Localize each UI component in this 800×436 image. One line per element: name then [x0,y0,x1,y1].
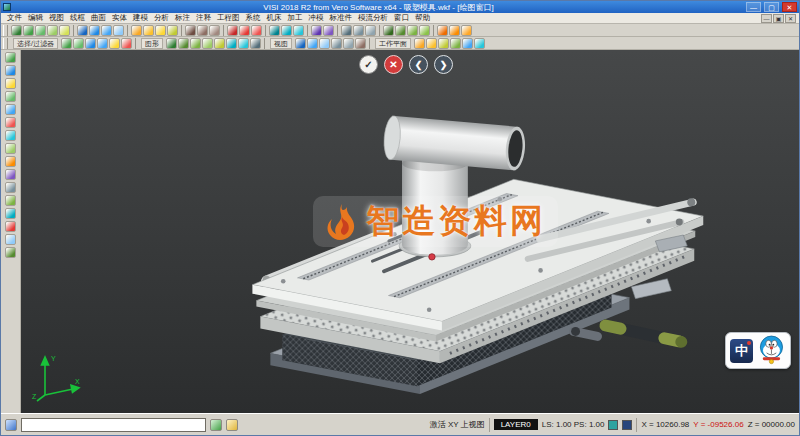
toolbar-icon[interactable] [438,38,449,49]
mdi-restore-button[interactable]: ▣ [773,14,784,23]
toolbar-icon[interactable] [5,78,16,89]
toolbar-icon[interactable] [307,38,318,49]
toolbar-icon[interactable] [5,156,16,167]
toolbar-icon[interactable] [281,25,292,36]
toolbar-icon[interactable] [5,195,16,206]
toolbar-icon[interactable] [293,25,304,36]
toolbar-icon[interactable] [311,25,322,36]
toolbar-icon[interactable] [214,38,225,49]
toolbar-icon[interactable] [109,38,120,49]
menu-item[interactable]: 编辑 [25,13,46,23]
toolbar-icon[interactable] [474,38,485,49]
toolbar-icon[interactable] [131,25,142,36]
toolbar-icon[interactable] [85,38,96,49]
toolbar-icon[interactable] [341,25,352,36]
toolbar-icon[interactable] [190,38,201,49]
toolbar-icon[interactable] [97,38,108,49]
menu-item[interactable]: 文件 [4,13,25,23]
toolbar-icon[interactable] [5,182,16,193]
toolbar-icon[interactable] [269,25,280,36]
toolbar-icon[interactable] [461,25,472,36]
toolbar-icon[interactable] [61,38,72,49]
toolbar-icon[interactable] [250,38,261,49]
toolbar-icon[interactable] [73,38,84,49]
toolbar-icon[interactable] [355,38,366,49]
cancel-button[interactable]: ✕ [384,55,403,74]
3d-model[interactable] [21,50,799,413]
menu-item[interactable]: 注释 [193,13,214,23]
toolbar-icon[interactable] [113,25,124,36]
menu-item[interactable]: 机床 [264,13,285,23]
layer-selector[interactable]: LAYER0 [494,419,538,430]
toolbar-icon[interactable] [121,38,132,49]
toolbar-icon[interactable] [5,143,16,154]
toolbar-icon[interactable] [5,234,16,245]
ime-toolbar[interactable]: 中 [725,332,791,369]
toolbar-icon[interactable] [59,25,70,36]
toolbar-icon[interactable] [353,25,364,36]
menu-item[interactable]: 建模 [130,13,151,23]
toolbar-icon[interactable] [5,130,16,141]
fill-color-swatch[interactable] [622,420,632,430]
menu-item[interactable]: 系统 [243,13,264,23]
toolbar-icon[interactable] [23,25,34,36]
prev-button[interactable]: ❮ [409,55,428,74]
cylinder-parts[interactable] [571,325,687,347]
toolbar-icon[interactable] [5,52,16,63]
menu-item[interactable]: 加工 [285,13,306,23]
toolbar-icon[interactable] [395,25,406,36]
toolbar-icon[interactable] [166,38,177,49]
toolbar-icon[interactable] [5,91,16,102]
toolbar-icon[interactable] [426,38,437,49]
close-button[interactable]: ✕ [782,2,797,12]
grid-settings-icon[interactable] [226,419,238,431]
command-prompt-input[interactable] [21,418,206,432]
toolbar-icon[interactable] [365,25,376,36]
toolbar-icon[interactable] [5,247,16,258]
toolbar-icon[interactable] [197,25,208,36]
toolbar-icon[interactable] [5,104,16,115]
next-button[interactable]: ❯ [434,55,453,74]
menu-item[interactable]: 冲模 [306,13,327,23]
toolbar-icon[interactable] [5,169,16,180]
toolbar-icon[interactable] [450,38,461,49]
toolbar-icon[interactable] [5,65,16,76]
toolbar-icon[interactable] [449,25,460,36]
ime-mode-button[interactable]: 中 [730,339,753,363]
toolbar-icon[interactable] [419,25,430,36]
toolbar-icon[interactable] [89,25,100,36]
menu-item[interactable]: 分析 [151,13,172,23]
mdi-close-button[interactable]: ✕ [785,14,796,23]
menu-item[interactable]: 曲面 [88,13,109,23]
toolbar-icon[interactable] [239,25,250,36]
toolbar-icon[interactable] [226,38,237,49]
toolbar-icon[interactable] [414,38,425,49]
menu-item[interactable]: 标准件 [327,13,356,23]
viewport-3d[interactable]: ✓ ✕ ❮ ❯ 智造资料网 Y X [21,50,799,413]
toolbar-icon[interactable] [178,38,189,49]
snap-settings-icon[interactable] [210,419,222,431]
menu-item[interactable]: 模流分析 [355,13,391,23]
menu-item[interactable]: 线框 [67,13,88,23]
toolbar-icon[interactable] [323,25,334,36]
toolbar-icon[interactable] [101,25,112,36]
maximize-button[interactable]: ▢ [764,2,779,12]
prompt-icon[interactable] [5,419,17,431]
active-view-label[interactable]: 激活 XY 上视图 [430,419,485,430]
toolbar-icon[interactable] [47,25,58,36]
toolbar-icon[interactable] [11,25,22,36]
point-marker[interactable] [429,254,435,260]
toolbar-icon[interactable] [343,38,354,49]
toolbar-icon[interactable] [5,117,16,128]
menu-item[interactable]: 视图 [46,13,67,23]
toolbar-icon[interactable] [77,25,88,36]
accept-button[interactable]: ✓ [359,55,378,74]
toolbar-icon[interactable] [295,38,306,49]
toolbar-icon[interactable] [251,25,262,36]
menu-item[interactable]: 标注 [172,13,193,23]
toolbar-icon[interactable] [155,25,166,36]
toolbar-icon[interactable] [143,25,154,36]
toolbar-icon[interactable] [167,25,178,36]
toolbar-icon[interactable] [202,38,213,49]
toolbar-icon[interactable] [185,25,196,36]
